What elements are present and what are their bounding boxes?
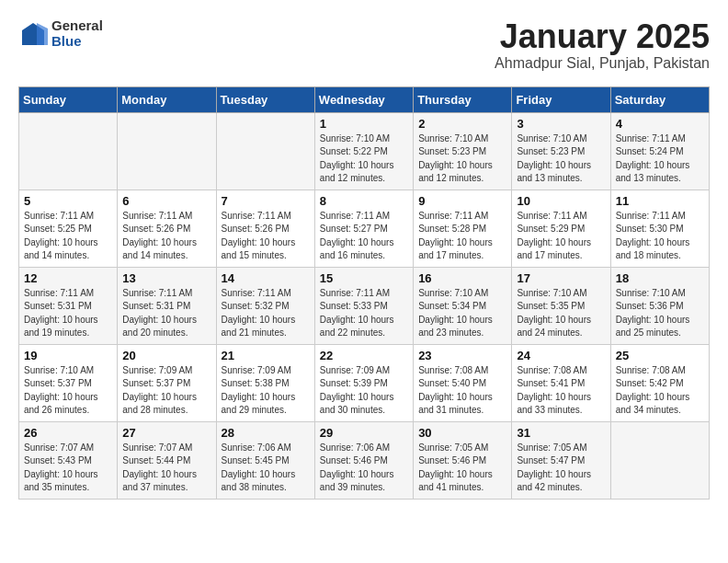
calendar-cell: 29Sunrise: 7:06 AM Sunset: 5:46 PM Dayli… <box>314 421 413 499</box>
logo: General Blue <box>18 18 103 49</box>
calendar-cell: 28Sunrise: 7:06 AM Sunset: 5:45 PM Dayli… <box>216 421 314 499</box>
calendar-cell: 12Sunrise: 7:11 AM Sunset: 5:31 PM Dayli… <box>19 267 118 344</box>
day-number: 8 <box>320 194 408 208</box>
weekday-header: Wednesday <box>314 86 413 112</box>
day-info: Sunrise: 7:10 AM Sunset: 5:35 PM Dayligh… <box>517 287 605 340</box>
day-number: 17 <box>517 271 605 285</box>
day-number: 14 <box>222 271 310 285</box>
day-number: 20 <box>122 349 210 362</box>
calendar-cell: 14Sunrise: 7:11 AM Sunset: 5:32 PM Dayli… <box>216 267 314 344</box>
weekday-header: Tuesday <box>216 86 314 112</box>
day-info: Sunrise: 7:08 AM Sunset: 5:40 PM Dayligh… <box>418 364 506 418</box>
calendar-cell: 18Sunrise: 7:10 AM Sunset: 5:36 PM Dayli… <box>610 267 709 344</box>
logo-text: General Blue <box>51 18 103 49</box>
day-number: 25 <box>616 349 704 362</box>
day-number: 7 <box>222 194 310 208</box>
calendar-cell: 5Sunrise: 7:11 AM Sunset: 5:25 PM Daylig… <box>19 190 118 267</box>
day-number: 18 <box>616 271 704 285</box>
day-number: 31 <box>517 426 605 440</box>
day-number: 3 <box>517 117 605 131</box>
logo-blue: Blue <box>51 34 103 50</box>
day-number: 27 <box>122 426 210 440</box>
logo-general: General <box>51 18 103 34</box>
day-number: 22 <box>320 349 408 362</box>
calendar-cell <box>610 421 709 499</box>
day-number: 28 <box>222 426 310 440</box>
calendar-cell: 8Sunrise: 7:11 AM Sunset: 5:27 PM Daylig… <box>314 190 413 267</box>
day-info: Sunrise: 7:11 AM Sunset: 5:31 PM Dayligh… <box>24 287 112 340</box>
day-info: Sunrise: 7:05 AM Sunset: 5:47 PM Dayligh… <box>517 442 605 495</box>
day-info: Sunrise: 7:08 AM Sunset: 5:41 PM Dayligh… <box>517 364 605 418</box>
calendar-cell: 22Sunrise: 7:09 AM Sunset: 5:39 PM Dayli… <box>314 344 413 421</box>
day-number: 5 <box>24 194 112 208</box>
calendar-cell: 7Sunrise: 7:11 AM Sunset: 5:26 PM Daylig… <box>216 190 314 267</box>
day-info: Sunrise: 7:11 AM Sunset: 5:31 PM Dayligh… <box>122 287 210 340</box>
calendar-cell: 2Sunrise: 7:10 AM Sunset: 5:23 PM Daylig… <box>414 112 512 190</box>
day-info: Sunrise: 7:11 AM Sunset: 5:26 PM Dayligh… <box>222 210 310 263</box>
day-info: Sunrise: 7:07 AM Sunset: 5:44 PM Dayligh… <box>122 442 210 495</box>
day-info: Sunrise: 7:09 AM Sunset: 5:37 PM Dayligh… <box>122 364 210 418</box>
day-info: Sunrise: 7:10 AM Sunset: 5:37 PM Dayligh… <box>24 364 112 418</box>
day-number: 10 <box>517 194 605 208</box>
calendar-cell: 23Sunrise: 7:08 AM Sunset: 5:40 PM Dayli… <box>414 344 512 421</box>
day-number: 30 <box>418 426 506 440</box>
calendar-cell: 9Sunrise: 7:11 AM Sunset: 5:28 PM Daylig… <box>414 190 512 267</box>
day-info: Sunrise: 7:10 AM Sunset: 5:34 PM Dayligh… <box>418 287 506 340</box>
calendar-cell: 10Sunrise: 7:11 AM Sunset: 5:29 PM Dayli… <box>512 190 610 267</box>
day-info: Sunrise: 7:11 AM Sunset: 5:32 PM Dayligh… <box>222 287 310 340</box>
day-number: 29 <box>320 426 408 440</box>
day-info: Sunrise: 7:07 AM Sunset: 5:43 PM Dayligh… <box>24 442 112 495</box>
calendar-cell: 27Sunrise: 7:07 AM Sunset: 5:44 PM Dayli… <box>118 421 216 499</box>
calendar-cell: 24Sunrise: 7:08 AM Sunset: 5:41 PM Dayli… <box>512 344 610 421</box>
day-info: Sunrise: 7:10 AM Sunset: 5:23 PM Dayligh… <box>517 132 605 186</box>
day-number: 15 <box>320 271 408 285</box>
day-number: 6 <box>122 194 210 208</box>
calendar-cell: 1Sunrise: 7:10 AM Sunset: 5:22 PM Daylig… <box>314 112 413 190</box>
day-info: Sunrise: 7:09 AM Sunset: 5:39 PM Dayligh… <box>320 364 408 418</box>
day-info: Sunrise: 7:11 AM Sunset: 5:27 PM Dayligh… <box>320 210 408 263</box>
calendar-week-row: 12Sunrise: 7:11 AM Sunset: 5:31 PM Dayli… <box>19 267 710 344</box>
day-number: 24 <box>517 349 605 362</box>
calendar-cell: 17Sunrise: 7:10 AM Sunset: 5:35 PM Dayli… <box>512 267 610 344</box>
weekday-header: Friday <box>512 86 610 112</box>
calendar-cell: 11Sunrise: 7:11 AM Sunset: 5:30 PM Dayli… <box>610 190 709 267</box>
day-number: 11 <box>616 194 704 208</box>
calendar-week-row: 26Sunrise: 7:07 AM Sunset: 5:43 PM Dayli… <box>19 421 710 499</box>
weekday-header: Monday <box>118 86 216 112</box>
calendar-cell: 21Sunrise: 7:09 AM Sunset: 5:38 PM Dayli… <box>216 344 314 421</box>
calendar-cell: 20Sunrise: 7:09 AM Sunset: 5:37 PM Dayli… <box>118 344 216 421</box>
day-number: 26 <box>24 426 112 440</box>
calendar-table: SundayMondayTuesdayWednesdayThursdayFrid… <box>18 86 710 500</box>
calendar-cell: 3Sunrise: 7:10 AM Sunset: 5:23 PM Daylig… <box>512 112 610 190</box>
calendar-cell: 4Sunrise: 7:11 AM Sunset: 5:24 PM Daylig… <box>610 112 709 190</box>
day-info: Sunrise: 7:06 AM Sunset: 5:46 PM Dayligh… <box>320 442 408 495</box>
calendar-cell: 16Sunrise: 7:10 AM Sunset: 5:34 PM Dayli… <box>414 267 512 344</box>
day-number: 2 <box>418 117 506 131</box>
day-info: Sunrise: 7:10 AM Sunset: 5:22 PM Dayligh… <box>320 132 408 186</box>
weekday-header: Saturday <box>610 86 709 112</box>
weekday-header: Sunday <box>19 86 118 112</box>
day-number: 13 <box>122 271 210 285</box>
day-info: Sunrise: 7:11 AM Sunset: 5:28 PM Dayligh… <box>418 210 506 263</box>
title-block: January 2025 Ahmadpur Sial, Punjab, Paki… <box>495 18 710 72</box>
day-info: Sunrise: 7:11 AM Sunset: 5:26 PM Dayligh… <box>122 210 210 263</box>
day-info: Sunrise: 7:08 AM Sunset: 5:42 PM Dayligh… <box>616 364 704 418</box>
day-info: Sunrise: 7:11 AM Sunset: 5:30 PM Dayligh… <box>616 210 704 263</box>
day-number: 4 <box>616 117 704 131</box>
day-info: Sunrise: 7:05 AM Sunset: 5:46 PM Dayligh… <box>418 442 506 495</box>
calendar-title: January 2025 <box>495 18 710 55</box>
day-number: 19 <box>24 349 112 362</box>
day-info: Sunrise: 7:09 AM Sunset: 5:38 PM Dayligh… <box>222 364 310 418</box>
day-info: Sunrise: 7:11 AM Sunset: 5:25 PM Dayligh… <box>24 210 112 263</box>
calendar-cell: 30Sunrise: 7:05 AM Sunset: 5:46 PM Dayli… <box>414 421 512 499</box>
day-info: Sunrise: 7:06 AM Sunset: 5:45 PM Dayligh… <box>222 442 310 495</box>
logo-icon <box>18 19 48 49</box>
calendar-week-row: 19Sunrise: 7:10 AM Sunset: 5:37 PM Dayli… <box>19 344 710 421</box>
day-number: 12 <box>24 271 112 285</box>
day-info: Sunrise: 7:10 AM Sunset: 5:23 PM Dayligh… <box>418 132 506 186</box>
svg-marker-1 <box>37 23 48 45</box>
calendar-cell: 6Sunrise: 7:11 AM Sunset: 5:26 PM Daylig… <box>118 190 216 267</box>
calendar-cell <box>19 112 118 190</box>
calendar-subtitle: Ahmadpur Sial, Punjab, Pakistan <box>495 55 710 72</box>
calendar-cell: 19Sunrise: 7:10 AM Sunset: 5:37 PM Dayli… <box>19 344 118 421</box>
